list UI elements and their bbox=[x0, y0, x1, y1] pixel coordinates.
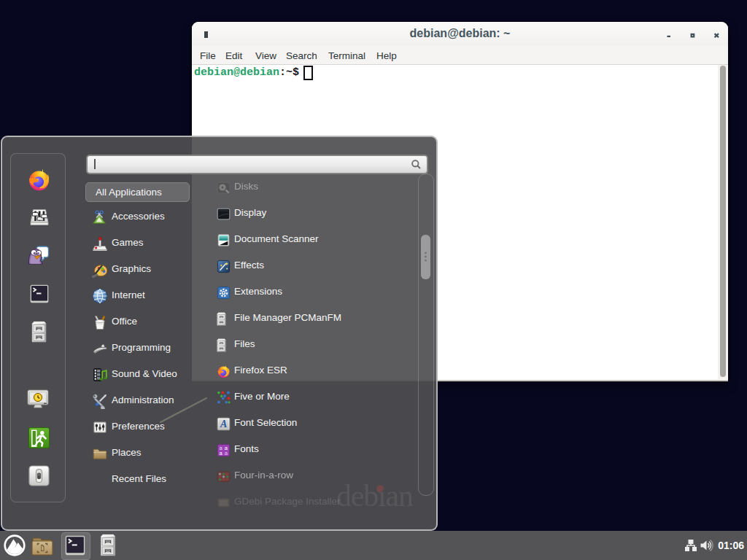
svg-text:A: A bbox=[220, 419, 227, 429]
